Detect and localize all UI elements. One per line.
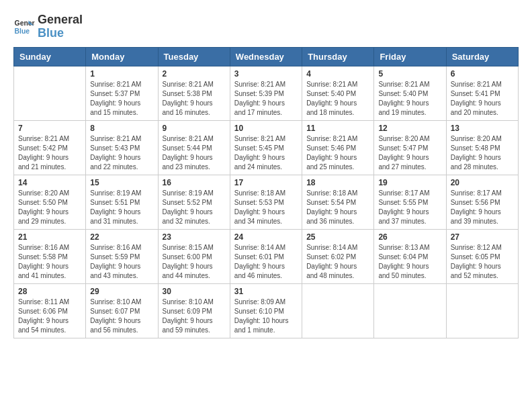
day-info: Sunrise: 8:21 AM Sunset: 5:38 PM Dayligh… [163, 80, 226, 118]
day-info: Sunrise: 8:18 AM Sunset: 5:53 PM Dayligh… [234, 189, 298, 226]
calendar-week-row: 7Sunrise: 8:21 AM Sunset: 5:42 PM Daylig… [14, 120, 519, 175]
day-info: Sunrise: 8:21 AM Sunset: 5:39 PM Dayligh… [234, 80, 298, 118]
day-number: 12 [378, 124, 441, 133]
calendar-cell: 26Sunrise: 8:13 AM Sunset: 6:04 PM Dayli… [374, 229, 446, 283]
day-info: Sunrise: 8:21 AM Sunset: 5:41 PM Dayligh… [451, 80, 514, 118]
day-number: 15 [90, 178, 153, 187]
calendar-cell [374, 283, 446, 338]
day-number: 2 [163, 69, 226, 79]
day-number: 13 [451, 124, 514, 133]
calendar-cell: 31Sunrise: 8:09 AM Sunset: 6:10 PM Dayli… [230, 283, 302, 338]
day-info: Sunrise: 8:20 AM Sunset: 5:47 PM Dayligh… [378, 134, 441, 172]
weekday-header-tuesday: Tuesday [158, 47, 230, 66]
calendar-cell [446, 283, 518, 338]
calendar-cell: 11Sunrise: 8:21 AM Sunset: 5:46 PM Dayli… [302, 120, 374, 175]
calendar-table: SundayMondayTuesdayWednesdayThursdayFrid… [13, 47, 519, 338]
day-info: Sunrise: 8:16 AM Sunset: 5:59 PM Dayligh… [90, 243, 153, 281]
day-number: 24 [234, 232, 298, 242]
day-info: Sunrise: 8:11 AM Sunset: 6:06 PM Dayligh… [18, 298, 81, 335]
calendar-cell: 18Sunrise: 8:18 AM Sunset: 5:54 PM Dayli… [302, 175, 374, 229]
calendar-cell [302, 283, 374, 338]
calendar-cell: 12Sunrise: 8:20 AM Sunset: 5:47 PM Dayli… [374, 120, 446, 175]
day-info: Sunrise: 8:21 AM Sunset: 5:45 PM Dayligh… [234, 134, 298, 172]
day-number: 27 [451, 232, 514, 242]
calendar-cell: 21Sunrise: 8:16 AM Sunset: 5:58 PM Dayli… [14, 229, 86, 283]
day-info: Sunrise: 8:09 AM Sunset: 6:10 PM Dayligh… [234, 298, 298, 335]
calendar-cell: 23Sunrise: 8:15 AM Sunset: 6:00 PM Dayli… [158, 229, 230, 283]
day-info: Sunrise: 8:20 AM Sunset: 5:48 PM Dayligh… [451, 134, 514, 172]
day-info: Sunrise: 8:12 AM Sunset: 6:05 PM Dayligh… [451, 243, 514, 281]
calendar-cell [14, 66, 86, 120]
day-info: Sunrise: 8:17 AM Sunset: 5:55 PM Dayligh… [378, 189, 441, 226]
day-info: Sunrise: 8:10 AM Sunset: 6:09 PM Dayligh… [163, 298, 226, 335]
calendar-cell: 22Sunrise: 8:16 AM Sunset: 5:59 PM Dayli… [86, 229, 158, 283]
svg-text:General: General [15, 19, 35, 27]
calendar-cell: 9Sunrise: 8:21 AM Sunset: 5:44 PM Daylig… [158, 120, 230, 175]
day-info: Sunrise: 8:16 AM Sunset: 5:58 PM Dayligh… [18, 243, 81, 281]
calendar-cell: 7Sunrise: 8:21 AM Sunset: 5:42 PM Daylig… [14, 120, 86, 175]
calendar-cell: 1Sunrise: 8:21 AM Sunset: 5:37 PM Daylig… [86, 66, 158, 120]
day-info: Sunrise: 8:15 AM Sunset: 6:00 PM Dayligh… [163, 243, 226, 281]
calendar-cell: 5Sunrise: 8:21 AM Sunset: 5:40 PM Daylig… [374, 66, 446, 120]
day-info: Sunrise: 8:13 AM Sunset: 6:04 PM Dayligh… [378, 243, 441, 281]
weekday-header-wednesday: Wednesday [230, 47, 302, 66]
calendar-cell: 30Sunrise: 8:10 AM Sunset: 6:09 PM Dayli… [158, 283, 230, 338]
day-info: Sunrise: 8:10 AM Sunset: 6:07 PM Dayligh… [90, 298, 153, 335]
day-info: Sunrise: 8:18 AM Sunset: 5:54 PM Dayligh… [306, 189, 369, 226]
day-number: 18 [306, 178, 369, 187]
calendar-cell: 25Sunrise: 8:14 AM Sunset: 6:02 PM Dayli… [302, 229, 374, 283]
header: General Blue General Blue [13, 13, 519, 40]
svg-text:Blue: Blue [15, 27, 30, 34]
day-number: 14 [18, 178, 81, 187]
day-info: Sunrise: 8:21 AM Sunset: 5:43 PM Dayligh… [90, 134, 153, 172]
day-info: Sunrise: 8:21 AM Sunset: 5:44 PM Dayligh… [163, 134, 226, 172]
day-number: 21 [18, 232, 81, 242]
logo-icon: General Blue [13, 16, 35, 38]
calendar-cell: 4Sunrise: 8:21 AM Sunset: 5:40 PM Daylig… [302, 66, 374, 120]
day-number: 10 [234, 124, 298, 133]
day-number: 3 [234, 69, 298, 79]
calendar-cell: 15Sunrise: 8:19 AM Sunset: 5:51 PM Dayli… [86, 175, 158, 229]
day-info: Sunrise: 8:21 AM Sunset: 5:37 PM Dayligh… [90, 80, 153, 118]
day-number: 7 [18, 124, 81, 133]
day-number: 11 [306, 124, 369, 133]
day-number: 4 [306, 69, 369, 79]
logo: General Blue General Blue [13, 13, 83, 40]
weekday-header-row: SundayMondayTuesdayWednesdayThursdayFrid… [14, 47, 519, 66]
day-info: Sunrise: 8:20 AM Sunset: 5:50 PM Dayligh… [18, 189, 81, 226]
day-number: 6 [451, 69, 514, 79]
calendar-cell: 19Sunrise: 8:17 AM Sunset: 5:55 PM Dayli… [374, 175, 446, 229]
day-number: 5 [378, 69, 441, 79]
calendar-body: 1Sunrise: 8:21 AM Sunset: 5:37 PM Daylig… [14, 66, 519, 338]
calendar-cell: 29Sunrise: 8:10 AM Sunset: 6:07 PM Dayli… [86, 283, 158, 338]
calendar-cell: 10Sunrise: 8:21 AM Sunset: 5:45 PM Dayli… [230, 120, 302, 175]
day-info: Sunrise: 8:14 AM Sunset: 6:01 PM Dayligh… [234, 243, 298, 281]
weekday-header-sunday: Sunday [14, 47, 86, 66]
day-info: Sunrise: 8:21 AM Sunset: 5:42 PM Dayligh… [18, 134, 81, 172]
day-info: Sunrise: 8:19 AM Sunset: 5:51 PM Dayligh… [90, 189, 153, 226]
calendar-week-row: 14Sunrise: 8:20 AM Sunset: 5:50 PM Dayli… [14, 175, 519, 229]
day-number: 19 [378, 178, 441, 187]
day-number: 30 [163, 287, 226, 296]
day-number: 29 [90, 287, 153, 296]
day-info: Sunrise: 8:17 AM Sunset: 5:56 PM Dayligh… [451, 189, 514, 226]
day-number: 23 [163, 232, 226, 242]
calendar-cell: 8Sunrise: 8:21 AM Sunset: 5:43 PM Daylig… [86, 120, 158, 175]
calendar-cell: 27Sunrise: 8:12 AM Sunset: 6:05 PM Dayli… [446, 229, 518, 283]
day-number: 26 [378, 232, 441, 242]
calendar-cell: 16Sunrise: 8:19 AM Sunset: 5:52 PM Dayli… [158, 175, 230, 229]
day-info: Sunrise: 8:21 AM Sunset: 5:46 PM Dayligh… [306, 134, 369, 172]
calendar-cell: 13Sunrise: 8:20 AM Sunset: 5:48 PM Dayli… [446, 120, 518, 175]
weekday-header-monday: Monday [86, 47, 158, 66]
day-number: 20 [451, 178, 514, 187]
calendar-header: SundayMondayTuesdayWednesdayThursdayFrid… [14, 47, 519, 66]
weekday-header-thursday: Thursday [302, 47, 374, 66]
calendar-cell: 28Sunrise: 8:11 AM Sunset: 6:06 PM Dayli… [14, 283, 86, 338]
weekday-header-saturday: Saturday [446, 47, 518, 66]
day-number: 9 [163, 124, 226, 133]
calendar-cell: 20Sunrise: 8:17 AM Sunset: 5:56 PM Dayli… [446, 175, 518, 229]
day-number: 25 [306, 232, 369, 242]
day-info: Sunrise: 8:19 AM Sunset: 5:52 PM Dayligh… [163, 189, 226, 226]
logo-text: General Blue [38, 13, 83, 40]
day-info: Sunrise: 8:14 AM Sunset: 6:02 PM Dayligh… [306, 243, 369, 281]
